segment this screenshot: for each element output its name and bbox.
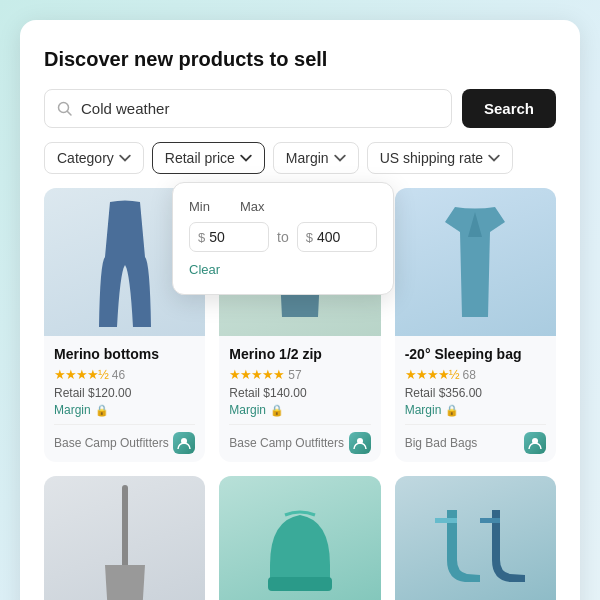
chevron-down-icon: [488, 152, 500, 164]
margin-link[interactable]: Margin 🔒: [229, 403, 370, 417]
margin-label: Margin: [54, 403, 91, 417]
product-image: [395, 188, 556, 336]
margin-label: Margin: [229, 403, 266, 417]
margin-link[interactable]: Margin 🔒: [54, 403, 195, 417]
svg-rect-11: [480, 518, 500, 523]
chevron-down-icon: [119, 152, 131, 164]
review-count: 68: [463, 368, 476, 382]
max-label: Max: [240, 199, 265, 214]
product-image: [44, 476, 205, 600]
product-card[interactable]: -20° Sleeping bag ★★★★½ 68 Retail $356.0…: [395, 188, 556, 462]
supplier-name: Base Camp Outfitters: [229, 436, 344, 450]
retail-price: Retail $356.00: [405, 386, 546, 400]
svg-rect-10: [435, 518, 457, 523]
stars: ★★★★½: [405, 367, 459, 382]
main-card: Discover new products to sell Search Cat…: [20, 20, 580, 600]
product-info: Merino 1/2 zip ★★★★★ 57 Retail $140.00 M…: [219, 336, 380, 462]
min-price-input[interactable]: [209, 229, 254, 245]
product-name: Merino bottoms: [54, 346, 195, 362]
product-info: -20° Sleeping bag ★★★★½ 68 Retail $356.0…: [395, 336, 556, 462]
max-dollar-symbol: $: [306, 230, 313, 245]
margin-label: Margin: [405, 403, 442, 417]
supplier-icon: [524, 432, 546, 454]
search-icon: [57, 101, 73, 117]
product-card[interactable]: Merino beanie ★★★★★ 88 Retail $38.00 Mar…: [219, 476, 380, 600]
clear-link[interactable]: Clear: [189, 262, 220, 277]
product-card[interactable]: Wool blend socks ★★★★★ 112 Retail $24.00…: [395, 476, 556, 600]
lock-icon: 🔒: [445, 404, 459, 417]
svg-rect-6: [122, 485, 128, 575]
stars-row: ★★★★★ 57: [229, 367, 370, 382]
shipping-rate-filter[interactable]: US shipping rate: [367, 142, 514, 174]
search-input-wrap: [44, 89, 452, 128]
product-name: Merino 1/2 zip: [229, 346, 370, 362]
retail-price-dropdown: Min Max $ to $ Clear: [172, 182, 394, 295]
stars-row: ★★★★½ 68: [405, 367, 546, 382]
supplier-row: Base Camp Outfitters: [54, 424, 195, 454]
product-image: [219, 476, 380, 600]
supplier-name: Base Camp Outfitters: [54, 436, 169, 450]
lock-icon: 🔒: [95, 404, 109, 417]
product-name: -20° Sleeping bag: [405, 346, 546, 362]
supplier-icon: [173, 432, 195, 454]
svg-line-1: [68, 111, 72, 115]
chevron-down-icon: [334, 152, 346, 164]
search-button[interactable]: Search: [462, 89, 556, 128]
min-price-input-wrap: $: [189, 222, 269, 252]
page-title: Discover new products to sell: [44, 48, 556, 71]
product-card[interactable]: Snow shovel pro ★★★★☆ 32 Retail $45.00 M…: [44, 476, 205, 600]
margin-link[interactable]: Margin 🔒: [405, 403, 546, 417]
stars-row: ★★★★½ 46: [54, 367, 195, 382]
supplier-icon: [349, 432, 371, 454]
max-price-input-wrap: $: [297, 222, 377, 252]
supplier-row: Big Bad Bags: [405, 424, 546, 454]
to-text: to: [277, 229, 289, 245]
supplier-name: Big Bad Bags: [405, 436, 478, 450]
retail-price: Retail $120.00: [54, 386, 195, 400]
chevron-down-icon: [240, 152, 252, 164]
product-info: Merino bottoms ★★★★½ 46 Retail $120.00 M…: [44, 336, 205, 462]
stars: ★★★★★: [229, 367, 284, 382]
product-image: [395, 476, 556, 600]
min-label: Min: [189, 199, 210, 214]
category-filter[interactable]: Category: [44, 142, 144, 174]
supplier-row: Base Camp Outfitters: [229, 424, 370, 454]
svg-rect-8: [268, 577, 332, 591]
min-dollar-symbol: $: [198, 230, 205, 245]
lock-icon: 🔒: [270, 404, 284, 417]
filter-row: Category Retail price Margin US shipping…: [44, 142, 556, 174]
review-count: 57: [288, 368, 301, 382]
stars: ★★★★½: [54, 367, 108, 382]
margin-filter[interactable]: Margin: [273, 142, 359, 174]
review-count: 46: [112, 368, 125, 382]
max-price-input[interactable]: [317, 229, 362, 245]
search-input[interactable]: [81, 90, 439, 127]
retail-price: Retail $140.00: [229, 386, 370, 400]
retail-price-filter[interactable]: Retail price: [152, 142, 265, 174]
search-row: Search: [44, 89, 556, 128]
